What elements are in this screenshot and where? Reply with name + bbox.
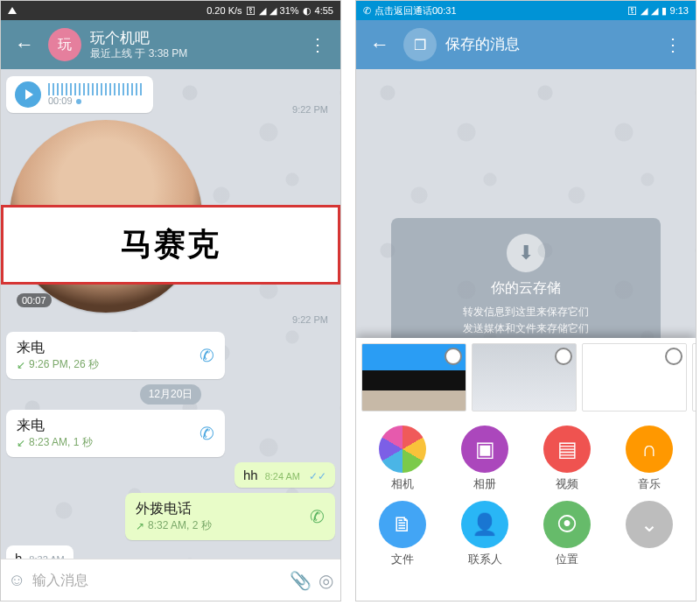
incoming-call-entry[interactable]: 来电 ↙8:23 AM, 1 秒 ✆	[6, 410, 225, 457]
back-button[interactable]: ←	[365, 28, 395, 61]
attach-music[interactable]: ∩音乐	[608, 426, 690, 492]
arrow-in-icon: ↙	[17, 359, 25, 371]
outgoing-call-entry[interactable]: 外拨电话 ↗8:32 AM, 2 秒 ✆	[125, 493, 335, 540]
call-meta: 8:23 AM, 1 秒	[29, 435, 93, 450]
back-button[interactable]: ←	[10, 28, 39, 61]
clock: 4:55	[315, 5, 333, 16]
phone-left: 0.20 K/s ⚿ ◢ ◢ 31% ◐ 4:55 ← 玩 玩个机吧 最近上线 …	[0, 0, 341, 601]
message-time: 9:22 PM	[285, 313, 335, 327]
overflow-menu-button[interactable]: ⋮	[304, 29, 332, 60]
incoming-call-entry[interactable]: 来电 ↙9:26 PM, 26 秒 ✆	[6, 332, 225, 379]
play-button[interactable]	[15, 81, 41, 108]
attach-contact[interactable]: 👤联系人	[444, 501, 526, 567]
pin-icon: ⦿	[543, 501, 591, 548]
phone-icon[interactable]: ✆	[200, 423, 214, 444]
battery-pct: 31%	[280, 5, 299, 16]
attach-icon[interactable]: 📎	[290, 570, 312, 591]
phone-icon[interactable]: ✆	[200, 345, 214, 366]
signal-icon: ◢	[270, 5, 276, 17]
attach-video[interactable]: ▤视频	[526, 426, 608, 492]
select-circle[interactable]	[444, 348, 462, 365]
phone-icon[interactable]: ✆	[310, 506, 325, 527]
call-meta: 9:26 PM, 26 秒	[29, 357, 99, 372]
attach-file[interactable]: 🗎文件	[361, 501, 444, 567]
recent-photos-strip[interactable]	[356, 338, 696, 417]
phone-icon: ✆	[363, 5, 371, 17]
cloud-bullet: 发送媒体和文件来存储它们	[407, 321, 645, 336]
phone-right: ✆ 点击返回通话00:31 ⚿ ◢ ◢ ▮ 9:13 ← ❐ 保存的消息 ⋮ ⬇…	[355, 0, 696, 601]
chat-title: 玩个机吧	[90, 30, 304, 47]
app-bar: ← 玩 玩个机吧 最近上线 于 3:38 PM ⋮	[1, 20, 340, 69]
attach-album[interactable]: ▣相册	[444, 426, 526, 492]
photo-thumbnail[interactable]	[361, 343, 466, 412]
status-bar: ✆ 点击返回通话00:31 ⚿ ◢ ◢ ▮ 9:13	[356, 1, 696, 20]
image-icon: ▣	[461, 426, 508, 473]
photo-thumbnail[interactable]	[692, 343, 696, 412]
bookmark-avatar[interactable]: ❐	[403, 28, 437, 61]
battery-icon: ◐	[303, 5, 312, 17]
warning-icon	[8, 7, 17, 14]
read-checks-icon: ✓✓	[309, 470, 326, 482]
mic-icon[interactable]: ◎	[318, 570, 333, 591]
video-duration: 00:07	[17, 293, 52, 307]
outgoing-message[interactable]: h 8:32 AM	[6, 545, 74, 559]
photo-thumbnail[interactable]	[472, 343, 577, 412]
key-icon: ⚿	[246, 5, 256, 16]
chevron-down-icon: ⌄	[626, 501, 673, 548]
signal-icon: ◢	[640, 5, 648, 17]
mosaic-overlay: 马赛克	[1, 205, 340, 285]
voice-message[interactable]: 00:09	[6, 76, 153, 113]
battery-icon: ▮	[662, 5, 667, 17]
call-title: 来电	[17, 339, 191, 357]
chat-title-block[interactable]: 玩个机吧 最近上线 于 3:38 PM	[90, 30, 304, 60]
camera-icon	[379, 426, 426, 473]
call-meta: 8:32 AM, 2 秒	[148, 518, 212, 533]
attach-camera[interactable]: 相机	[361, 426, 444, 492]
message-time: 8:24 AM	[265, 471, 300, 482]
net-speed: 0.20 K/s	[206, 5, 242, 16]
app-bar: ← ❐ 保存的消息 ⋮	[356, 20, 696, 69]
arrow-out-icon: ↗	[136, 520, 144, 532]
attachment-panel: 相机 ▣相册 ▤视频 ∩音乐 🗎文件 👤联系人 ⦿位置 ⌄	[356, 338, 696, 601]
message-input[interactable]	[32, 573, 283, 588]
call-title: 外拨电话	[136, 500, 301, 518]
chat-area[interactable]: ⬇ 你的云存储 转发信息到这里来保存它们 发送媒体和文件来存储它们 在任意设备上…	[356, 69, 696, 341]
headphones-icon: ∩	[626, 426, 673, 473]
signal-icon: ◢	[259, 5, 266, 17]
key-icon: ⚿	[627, 5, 637, 16]
outgoing-message[interactable]: hh 8:24 AM ✓✓	[234, 462, 335, 488]
chat-area[interactable]: 00:09 9:22 PM 00:07 9:22 PM 来电 ↙9:26 PM,…	[1, 69, 340, 559]
bookmark-icon: ❐	[414, 37, 426, 53]
return-to-call-banner[interactable]: ✆ 点击返回通话00:31	[363, 4, 457, 18]
message-input-bar: ☺ 📎 ◎	[1, 559, 340, 601]
file-icon: 🗎	[379, 501, 426, 548]
sticker-icon[interactable]: ☺	[8, 570, 25, 590]
status-bar: 0.20 K/s ⚿ ◢ ◢ 31% ◐ 4:55	[1, 1, 340, 20]
call-title: 来电	[17, 417, 191, 435]
select-circle[interactable]	[665, 348, 682, 365]
person-icon: 👤	[461, 501, 508, 548]
photo-thumbnail[interactable]	[582, 343, 687, 412]
avatar[interactable]: 玩	[48, 28, 81, 61]
cloud-bullet: 转发信息到这里来保存它们	[407, 305, 645, 320]
arrow-in-icon: ↙	[17, 437, 25, 449]
date-separator: 12月20日	[140, 384, 202, 405]
overflow-menu-button[interactable]: ⋮	[659, 29, 687, 60]
message-time: 9:22 PM	[285, 102, 335, 116]
attach-more[interactable]: ⌄	[608, 501, 690, 567]
chat-title-block[interactable]: 保存的消息	[445, 36, 659, 53]
attach-location[interactable]: ⦿位置	[526, 501, 608, 567]
film-icon: ▤	[543, 426, 591, 473]
clock: 9:13	[670, 5, 689, 16]
chat-subtitle: 最近上线 于 3:38 PM	[90, 47, 304, 60]
signal-icon: ◢	[651, 5, 658, 17]
select-circle[interactable]	[555, 348, 572, 365]
chat-title: 保存的消息	[445, 36, 659, 53]
